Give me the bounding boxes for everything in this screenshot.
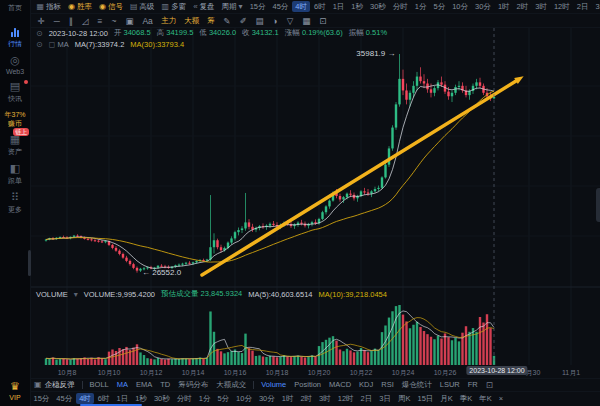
timeframe-1日[interactable]: 1日 <box>113 393 132 404</box>
timeframe-10分[interactable]: 10分 <box>233 393 256 404</box>
indicator-LSUR[interactable]: LSUR <box>436 380 464 389</box>
indicator-大额成交[interactable]: 大额成交 <box>212 380 250 390</box>
sidebar-item-news[interactable]: ▤快讯 <box>4 81 25 104</box>
crosshair-tool-icon[interactable]: ✛ <box>33 16 49 26</box>
timeframe-分时[interactable]: 分时 <box>389 1 411 12</box>
sidebar-item-home[interactable]: 首页 <box>8 3 22 13</box>
timeframe-4时[interactable]: 4时 <box>292 1 311 12</box>
indicator-BOLL[interactable]: BOLL <box>86 380 113 389</box>
timeframe-4时[interactable]: 4时 <box>76 393 95 404</box>
trendline-tool-icon[interactable]: ─ <box>49 16 64 26</box>
highlighter-icon[interactable]: ✐ <box>235 16 251 26</box>
timeframe-1时[interactable]: 1时 <box>278 393 297 404</box>
fib-tool-icon[interactable]: ≡ <box>93 16 107 26</box>
timeframe-季K[interactable]: 季K <box>456 393 476 404</box>
sidebar-collapse-handle[interactable] <box>28 250 31 276</box>
replay-button[interactable]: «复盘 <box>190 2 218 12</box>
timeframe-45分[interactable]: 45分 <box>269 1 292 12</box>
timeframe-30秒[interactable]: 30秒 <box>150 393 173 404</box>
tool-筹[interactable]: 筹 <box>203 16 219 26</box>
strategy-button[interactable]: ▣ 企稳反弹 <box>30 380 79 390</box>
timeframe-分时[interactable]: 分时 <box>173 393 195 404</box>
brush-icon[interactable]: ✎ <box>219 16 235 26</box>
indicator-EMA[interactable]: EMA <box>132 380 156 389</box>
signal-button[interactable]: ◉信号 <box>96 2 127 12</box>
candlestick-chart[interactable]: 35981.9 →← 26552.0 <box>30 26 600 365</box>
timeframe-10分[interactable]: 10分 <box>449 1 472 12</box>
timeframe-3时[interactable]: 3时 <box>316 393 335 404</box>
timeframe-年K[interactable]: 年K <box>476 393 496 404</box>
wave-tool-icon[interactable]: ~ <box>107 16 121 26</box>
timeframe-6时[interactable]: 6时 <box>94 393 113 404</box>
period-button[interactable]: 周期▾ <box>218 2 246 12</box>
timeframe-1秒[interactable]: 1秒 <box>348 1 367 12</box>
timeframe-30秒[interactable]: 30秒 <box>367 1 390 12</box>
timeframe-2日[interactable]: 2日 <box>573 1 592 12</box>
timeframe-15分[interactable]: 15分 <box>30 393 53 404</box>
collapse-icon[interactable]: ⊙ <box>36 29 43 38</box>
sidebar-item-web3[interactable]: ◎Web3 <box>4 55 25 75</box>
timeframe-3时[interactable]: 3时 <box>532 1 551 12</box>
notes-icon[interactable]: ▤ <box>251 16 268 26</box>
timeframe-3日[interactable]: 3日 <box>592 1 600 12</box>
timeframe-1分[interactable]: 1分 <box>411 1 430 12</box>
tool-主力[interactable]: 主力 <box>157 16 180 26</box>
indicator-MA[interactable]: MA <box>113 380 132 389</box>
indicator-RSI[interactable]: RSI <box>377 380 398 389</box>
timeframe-30分[interactable]: 30分 <box>472 1 495 12</box>
collapse-icon[interactable]: ⊙ <box>36 40 43 49</box>
timeframe-15日[interactable]: 15日 <box>414 393 437 404</box>
timeframe-1时[interactable]: 1时 <box>494 1 513 12</box>
indicator-FR[interactable]: FR <box>464 380 482 389</box>
sidebar-item-market[interactable]: 行情 <box>4 27 25 49</box>
indicator-MACD[interactable]: MACD <box>325 380 355 389</box>
rect-tool-icon[interactable]: ▣ <box>121 16 138 26</box>
timeframe-5分[interactable]: 5分 <box>214 393 233 404</box>
sidebar-item-copy-trading[interactable]: ◧跟单 <box>4 163 25 186</box>
timeframe-5分[interactable]: 5分 <box>430 1 449 12</box>
timeframe-45分[interactable]: 45分 <box>53 393 76 404</box>
indicator-筹码分布[interactable]: 筹码分布 <box>174 380 212 390</box>
sidebar-item-more[interactable]: ⠿更多 <box>4 192 25 215</box>
timeframe-2时[interactable]: 2时 <box>297 393 316 404</box>
indicator-TD[interactable]: TD <box>156 380 174 389</box>
theme-icon[interactable]: ◑ <box>268 16 282 26</box>
parallel-channel-tool-icon[interactable]: ∥ <box>64 16 77 26</box>
triangle-tool-icon[interactable]: ◿ <box>77 16 93 26</box>
timeframe-周K[interactable]: 周K <box>394 393 414 404</box>
indicator-Position[interactable]: Position <box>290 380 325 389</box>
timeframe-2日[interactable]: 2日 <box>357 393 376 404</box>
timeframe-1日[interactable]: 1日 <box>329 1 348 12</box>
timeframe-15分[interactable]: 15分 <box>246 1 269 12</box>
timeframe-12时[interactable]: 12时 <box>334 393 357 404</box>
timeframe-30分[interactable]: 30分 <box>255 393 278 404</box>
text-tool-icon[interactable]: Aa <box>138 16 157 26</box>
sidebar-item-earn-promo[interactable]: 年37%赚币 <box>4 110 25 128</box>
timeframe-月K[interactable]: 月K <box>437 393 457 404</box>
indicator-settings-icon[interactable]: ⊡ <box>482 380 497 390</box>
tool-大额[interactable]: 大额 <box>180 16 203 26</box>
timeframe-1秒[interactable]: 1秒 <box>132 393 151 404</box>
timeframe-12时[interactable]: 12时 <box>550 1 573 12</box>
fullscreen-icon[interactable]: ⊡ <box>315 16 331 26</box>
indicator-KDJ[interactable]: KDJ <box>355 380 377 389</box>
indicator-爆仓统计[interactable]: 爆仓统计 <box>398 380 436 390</box>
timeframe-3日[interactable]: 3日 <box>376 393 395 404</box>
filter-icon[interactable]: ▽ <box>282 16 298 26</box>
advanced-button[interactable]: ▤高级 <box>127 2 159 12</box>
close-chart-button[interactable]: × <box>495 393 506 404</box>
win-rate-button[interactable]: ◉胜率 <box>65 2 96 12</box>
sidebar-item-vip[interactable]: ♛ VIP <box>9 381 20 401</box>
right-panel-handle[interactable] <box>596 188 600 222</box>
timeframe-1分[interactable]: 1分 <box>195 393 214 404</box>
volume-title[interactable]: VOLUME <box>36 290 68 299</box>
multi-window-button[interactable]: ▥多窗 <box>158 2 190 12</box>
indicators-button[interactable]: ▦指标 <box>33 2 65 12</box>
time-axis[interactable]: 10月810月1010月1210月1410月1610月1810月2010月221… <box>30 365 600 379</box>
timeframe-6时[interactable]: 6时 <box>310 1 329 12</box>
sidebar-item-assets[interactable]: ▦链上资产 <box>4 134 25 157</box>
timeframe-2时[interactable]: 2时 <box>513 1 532 12</box>
layout-icon[interactable]: ▦ <box>298 16 315 26</box>
ma-toggle-icon[interactable]: ◻ <box>49 40 56 49</box>
indicator-Volume[interactable]: Volume <box>257 380 290 389</box>
